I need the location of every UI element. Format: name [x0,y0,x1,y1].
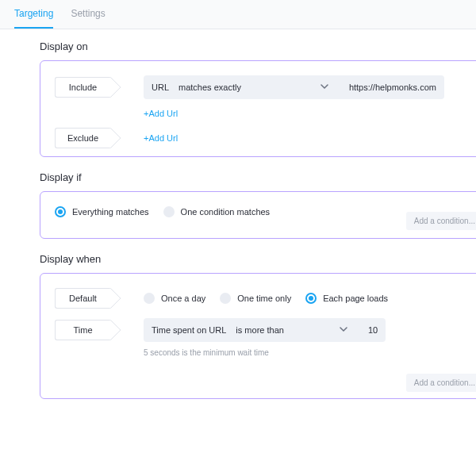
radio-label: One condition matches [181,207,271,217]
time-helper-text: 5 seconds is the minimum wait time [144,348,386,357]
default-tag: Default [55,288,110,309]
add-url-exclude-link[interactable]: +Add Url [144,133,178,143]
add-condition-button[interactable]: Add a condition... [406,374,476,392]
radio-one-time-only[interactable]: One time only [220,293,291,304]
panel-display-on: Include URL matches exactly https://help… [40,60,476,157]
section-title-display-when: Display when [40,253,476,265]
section-display-when: Display when Default Once a day One time… [40,253,476,399]
exclude-tag: Exclude [55,128,110,148]
time-value-input[interactable]: 10 [368,325,378,335]
radio-label: One time only [237,294,291,303]
tab-bar: Targeting Settings [0,0,476,29]
radio-once-a-day[interactable]: Once a day [144,293,205,304]
chevron-down-icon [321,83,328,92]
frequency-radio-group: Once a day One time only Each page loads [144,293,388,304]
radio-unselected-icon [220,293,231,304]
url-value-input[interactable]: https://helpmonks.com [349,83,436,92]
section-display-on: Display on Include URL matches exactly h… [40,40,476,157]
url-field-label: URL [152,83,169,92]
time-operator-select[interactable]: is more than [236,325,347,335]
add-url-include-link[interactable]: +Add Url [144,109,178,118]
radio-selected-icon [305,293,317,304]
radio-one-condition[interactable]: One condition matches [163,206,271,217]
url-match-select[interactable]: matches exactly [178,83,328,92]
time-metric-label: Time spent on URL [152,325,226,335]
panel-display-if: Everything matches One condition matches… [40,191,476,239]
radio-everything-matches[interactable]: Everything matches [55,206,149,217]
section-title-display-on: Display on [40,40,476,52]
radio-selected-icon [55,206,66,217]
radio-label: Everything matches [72,207,149,217]
url-rule-row: URL matches exactly https://helpmonks.co… [144,75,444,99]
section-title-display-if: Display if [40,171,476,183]
add-condition-button[interactable]: Add a condition... [406,212,476,230]
time-tag: Time [55,320,110,340]
include-tag: Include [55,77,110,98]
chevron-down-icon [340,325,347,335]
radio-each-page-loads[interactable]: Each page loads [305,293,388,304]
radio-label: Once a day [161,294,205,303]
section-display-if: Display if Everything matches One condit… [40,171,476,239]
tab-settings[interactable]: Settings [71,8,105,29]
panel-display-when: Default Once a day One time only Each pa… [40,273,476,399]
radio-label: Each page loads [323,294,388,303]
time-operator-value: is more than [236,325,284,335]
tab-targeting[interactable]: Targeting [14,8,53,29]
time-rule-row: Time spent on URL is more than 10 [144,318,386,342]
radio-unselected-icon [163,206,175,217]
radio-unselected-icon [144,293,155,304]
url-match-value: matches exactly [178,83,241,92]
